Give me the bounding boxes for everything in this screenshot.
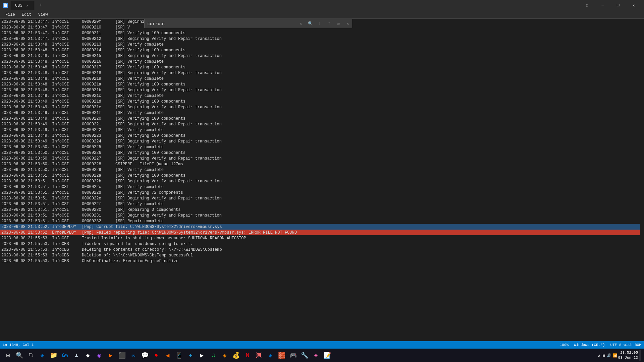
- log-code: 00000219: [82, 76, 115, 81]
- discord-icon[interactable]: 💬: [140, 350, 150, 361]
- terminal-icon[interactable]: ⬛: [117, 350, 127, 361]
- whatsapp-icon[interactable]: 📱: [174, 350, 184, 361]
- search-taskbar-button[interactable]: 🔍: [14, 350, 25, 361]
- log-line[interactable]: 2023-06-08 21:53:51, InfoCSI0000022b [SR…: [0, 178, 640, 184]
- log-line[interactable]: 2023-06-08 21:53:51, InfoCSI0000022d [SR…: [0, 190, 640, 195]
- search-clear-button[interactable]: ✕: [297, 19, 305, 27]
- log-line[interactable]: 2023-06-08 21:53:50, InfoCSI00000225 [SR…: [0, 144, 640, 150]
- steam-icon[interactable]: ♟: [71, 350, 82, 361]
- log-line[interactable]: 2023-06-08 21:53:49, InfoCSI00000224 [SR…: [0, 138, 640, 144]
- log-source: CBS: [62, 259, 82, 263]
- mail-icon[interactable]: ✉: [128, 350, 139, 361]
- log-line[interactable]: 2023-06-08 21:53:48, InfoCSI00000214 [SR…: [0, 47, 640, 53]
- log-line[interactable]: 2023-06-08 21:53:52, InfoDEPLOY [Pnp] Co…: [0, 224, 640, 230]
- log-line[interactable]: 2023-06-08 21:53:49, InfoCSI00000222 [SR…: [0, 127, 640, 133]
- log-code: 00000215: [82, 54, 115, 58]
- show-desktop-button[interactable]: [639, 350, 641, 361]
- search-close-button[interactable]: ✕: [344, 19, 352, 27]
- new-tab-button[interactable]: +: [37, 1, 45, 9]
- telegram-icon[interactable]: ✈: [185, 350, 196, 361]
- xbox-icon[interactable]: 🎮: [288, 350, 299, 361]
- system-tray[interactable]: ∧ 🖥 🔊 📶: [598, 353, 618, 358]
- log-line[interactable]: 2023-06-08 21:53:49, InfoCSI00000221 [SR…: [0, 121, 640, 127]
- minecraft-icon[interactable]: 🧱: [276, 350, 287, 361]
- log-line[interactable]: 2023-06-08 21:55:53, InfoCSI Trusted Ins…: [0, 235, 640, 241]
- maximize-button[interactable]: □: [610, 0, 626, 11]
- log-line[interactable]: 2023-06-08 21:53:50, InfoCSI00000227 [SR…: [0, 156, 640, 161]
- log-line[interactable]: 2023-06-08 21:55:53, InfoCBS Deleting th…: [0, 247, 640, 252]
- app4-icon[interactable]: ◈: [219, 350, 230, 361]
- netflix-icon[interactable]: N: [242, 350, 253, 361]
- log-line[interactable]: 2023-06-08 21:53:51, InfoCSI00000232 [SR…: [0, 218, 640, 224]
- menu-file[interactable]: File: [3, 12, 18, 18]
- log-line[interactable]: 2023-06-08 21:53:49, InfoCSI00000223 [SR…: [0, 133, 640, 138]
- log-line[interactable]: 2023-06-08 21:55:53, InfoCBS CbsCoreFina…: [0, 258, 640, 264]
- log-line[interactable]: 2023-06-08 21:53:48, InfoCSI00000217 [SR…: [0, 64, 640, 70]
- menu-edit[interactable]: Edit: [19, 12, 34, 18]
- log-source: CSI: [62, 76, 82, 81]
- photos-icon[interactable]: 🖼: [254, 350, 264, 361]
- log-line[interactable]: 2023-06-08 21:55:53, InfoCBS Deletion of…: [0, 252, 640, 258]
- app3-icon[interactable]: ◀: [162, 350, 173, 361]
- log-message: [SR] Verifying 72 components: [115, 190, 183, 195]
- minimize-button[interactable]: ─: [595, 0, 610, 11]
- log-content[interactable]: 2023-06-08 21:53:47, InfoCSI0000020f [SR…: [0, 19, 640, 341]
- app2-icon[interactable]: ●: [151, 350, 162, 361]
- log-timestamp: 2023-06-08 21:55:53, Info: [1, 242, 62, 246]
- explorer-icon[interactable]: 📁: [48, 350, 59, 361]
- log-line[interactable]: 2023-06-08 21:53:49, InfoCSI00000220 [SR…: [0, 116, 640, 121]
- close-button[interactable]: ✕: [626, 0, 641, 11]
- tab-close-button[interactable]: ✕: [25, 3, 30, 8]
- playnite-icon[interactable]: ▶: [105, 350, 116, 361]
- log-line[interactable]: 2023-06-08 21:53:49, InfoCSI0000021d [SR…: [0, 99, 640, 104]
- log-line[interactable]: 2023-06-08 21:53:50, InfoCSI00000228 CSI…: [0, 161, 640, 167]
- log-line[interactable]: 2023-06-08 21:53:48, InfoCSI00000219 [SR…: [0, 76, 640, 81]
- log-source: CBS: [62, 253, 82, 258]
- log-line[interactable]: 2023-06-08 21:53:50, InfoCSI00000229 [SR…: [0, 167, 640, 173]
- log-line[interactable]: 2023-06-08 21:53:51, InfoCSI00000231 [SR…: [0, 213, 640, 218]
- log-line[interactable]: 2023-06-08 21:53:48, InfoCSI00000218 [SR…: [0, 70, 640, 76]
- media-icon[interactable]: ▶: [197, 350, 207, 361]
- vertical-scrollbar[interactable]: [640, 19, 644, 341]
- log-line[interactable]: 2023-06-08 21:53:51, InfoCSI0000022f [SR…: [0, 201, 640, 207]
- log-line[interactable]: 2023-06-08 21:53:47, InfoCSI00000212 [SR…: [0, 36, 640, 42]
- log-line[interactable]: 2023-06-08 21:53:51, InfoCSI0000022a [SR…: [0, 173, 640, 178]
- log-line[interactable]: 2023-06-08 21:53:50, InfoCSI00000226 [SR…: [0, 150, 640, 156]
- log-line[interactable]: 2023-06-08 21:53:48, InfoCSI00000215 [SR…: [0, 53, 640, 59]
- menu-view[interactable]: View: [36, 12, 51, 18]
- log-line[interactable]: 2023-06-08 21:53:52, ErrorDEPLOY [Pnp] F…: [0, 230, 640, 235]
- app7-icon[interactable]: ◈: [311, 350, 321, 361]
- clock[interactable]: 23:52:05 08-Jun-23: [618, 350, 638, 361]
- log-line[interactable]: 2023-06-08 21:53:48, InfoCSI0000021b [SR…: [0, 87, 640, 93]
- log-line[interactable]: 2023-06-08 21:55:53, InfoCBS TiWorker si…: [0, 241, 640, 247]
- search-options-button[interactable]: ⇄: [334, 19, 342, 27]
- start-button[interactable]: ⊞: [3, 350, 13, 361]
- wallet-icon[interactable]: 💰: [231, 350, 241, 361]
- taskview-button[interactable]: ⧉: [25, 350, 36, 361]
- settings-button[interactable]: ⚙: [582, 0, 592, 11]
- log-line[interactable]: 2023-06-08 21:53:49, InfoCSI0000021f [SR…: [0, 110, 640, 116]
- spotify-icon[interactable]: ♫: [208, 350, 219, 361]
- log-line[interactable]: 2023-06-08 21:53:51, InfoCSI00000230 [SR…: [0, 207, 640, 213]
- search-prev-button[interactable]: ↑: [325, 19, 333, 27]
- search-execute-button[interactable]: 🔍: [306, 19, 314, 27]
- log-line[interactable]: 2023-06-08 21:53:48, InfoCSI0000021a [SR…: [0, 81, 640, 87]
- search-next-button[interactable]: ↓: [316, 19, 324, 27]
- edge-icon[interactable]: ◈: [37, 350, 48, 361]
- tab-cbs[interactable]: CBS ✕: [11, 1, 34, 10]
- egs-icon[interactable]: ◆: [83, 350, 93, 361]
- log-line[interactable]: 2023-06-08 21:53:49, InfoCSI0000021e [SR…: [0, 104, 640, 110]
- log-line[interactable]: 2023-06-08 21:53:48, InfoCSI00000216 [SR…: [0, 59, 640, 64]
- app5-icon[interactable]: ◈: [265, 350, 276, 361]
- app6-icon[interactable]: 🔧: [299, 350, 310, 361]
- log-line[interactable]: 2023-06-08 21:53:51, InfoCSI0000022c [SR…: [0, 184, 640, 190]
- log-line[interactable]: 2023-06-08 21:53:51, InfoCSI0000022e [SR…: [0, 195, 640, 201]
- store-icon[interactable]: 🛍: [60, 350, 70, 361]
- log-line[interactable]: 2023-06-08 21:53:47, InfoCSI00000211 [SR…: [0, 30, 640, 36]
- log-source: CSI: [62, 116, 82, 121]
- log-line[interactable]: 2023-06-08 21:53:48, InfoCSI00000213 [SR…: [0, 42, 640, 47]
- gog-icon[interactable]: ◉: [94, 350, 105, 361]
- log-line[interactable]: 2023-06-08 21:53:49, InfoCSI0000021c [SR…: [0, 93, 640, 99]
- notepadpp-icon[interactable]: 📝: [322, 350, 333, 361]
- search-input[interactable]: [145, 21, 296, 26]
